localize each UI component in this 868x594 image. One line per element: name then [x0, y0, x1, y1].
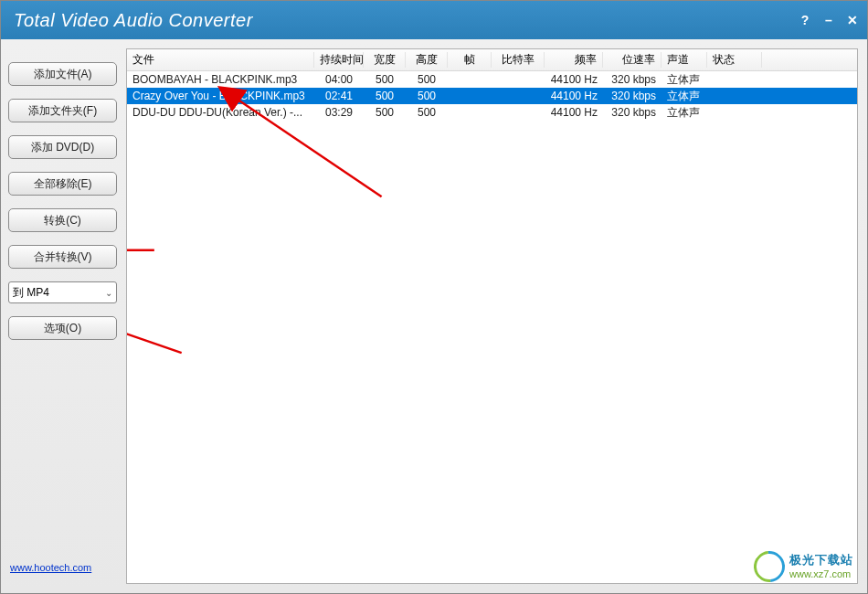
- cell-h: 500: [406, 106, 448, 119]
- table-row[interactable]: Crazy Over You - BLACKPINK.mp302:4150050…: [127, 88, 857, 104]
- col-status[interactable]: 状态: [707, 52, 762, 68]
- help-icon[interactable]: ?: [798, 13, 812, 27]
- cell-file: Crazy Over You - BLACKPINK.mp3: [127, 90, 314, 102]
- cell-freq: 44100 Hz: [545, 90, 603, 102]
- cell-w: 500: [364, 106, 406, 119]
- add-folder-button[interactable]: 添加文件夹(F): [8, 99, 117, 122]
- sidebar: 添加文件(A) 添加文件夹(F) 添加 DVD(D) 全部移除(E) 转换(C)…: [1, 39, 124, 593]
- format-select-value: 到 MP4: [13, 285, 49, 301]
- cell-freq: 44100 Hz: [545, 73, 603, 86]
- app-title: Total Video Audio Converter: [14, 10, 798, 31]
- close-icon[interactable]: ✕: [845, 13, 860, 27]
- cell-rate: 320 kbps: [603, 73, 662, 86]
- cell-h: 500: [406, 90, 448, 102]
- svg-line-2: [127, 328, 182, 353]
- cell-rate: 320 kbps: [603, 90, 662, 102]
- window-controls: ? – ✕: [798, 13, 860, 27]
- cell-chan: 立体声: [662, 72, 707, 88]
- cell-w: 500: [364, 73, 406, 86]
- add-file-button[interactable]: 添加文件(A): [8, 62, 117, 86]
- cell-chan: 立体声: [662, 89, 707, 104]
- cell-file: DDU-DU DDU-DU(Korean Ver.) -...: [127, 106, 314, 119]
- cell-file: BOOMBAYAH - BLACKPINK.mp3: [127, 73, 314, 86]
- options-button[interactable]: 选项(O): [8, 316, 117, 340]
- cell-rate: 320 kbps: [603, 106, 662, 119]
- remove-all-button[interactable]: 全部移除(E): [8, 172, 117, 196]
- cell-freq: 44100 Hz: [545, 106, 603, 119]
- footer-link[interactable]: www.hootech.com: [8, 557, 117, 584]
- chevron-down-icon: ⌄: [105, 288, 112, 298]
- file-list-panel: 文件 持续时间 宽度 高度 帧 比特率 频率 位速率 声道 状态 BOOMBAY…: [126, 48, 858, 584]
- cell-h: 500: [406, 73, 448, 86]
- cell-dur: 03:29: [314, 106, 364, 119]
- add-dvd-button[interactable]: 添加 DVD(D): [8, 135, 117, 159]
- watermark-url: www.xz7.com: [789, 568, 853, 579]
- format-select[interactable]: 到 MP4 ⌄: [8, 281, 117, 303]
- cell-dur: 02:41: [314, 90, 364, 102]
- watermark: 极光下载站 www.xz7.com: [753, 550, 853, 581]
- convert-button[interactable]: 转换(C): [8, 208, 117, 232]
- col-width[interactable]: 宽度: [364, 52, 406, 68]
- watermark-text: 极光下载站: [789, 552, 853, 568]
- cell-chan: 立体声: [662, 105, 707, 121]
- table-row[interactable]: BOOMBAYAH - BLACKPINK.mp304:005005004410…: [127, 71, 857, 88]
- merge-convert-button[interactable]: 合并转换(V): [8, 245, 117, 269]
- col-frequency[interactable]: 频率: [545, 52, 603, 68]
- col-height[interactable]: 高度: [406, 52, 448, 68]
- col-file[interactable]: 文件: [127, 52, 314, 68]
- col-bitspeed[interactable]: 位速率: [603, 52, 662, 68]
- table-row[interactable]: DDU-DU DDU-DU(Korean Ver.) -...03:295005…: [127, 104, 857, 121]
- col-fps[interactable]: 帧: [448, 52, 492, 68]
- table-header: 文件 持续时间 宽度 高度 帧 比特率 频率 位速率 声道 状态: [127, 49, 857, 71]
- annotation-arrows: [127, 49, 857, 583]
- titlebar: Total Video Audio Converter ? – ✕: [1, 1, 867, 39]
- cell-w: 500: [364, 90, 406, 102]
- watermark-logo-icon: [753, 550, 784, 581]
- cell-dur: 04:00: [314, 73, 364, 86]
- table-body: BOOMBAYAH - BLACKPINK.mp304:005005004410…: [127, 71, 857, 121]
- minimize-icon[interactable]: –: [821, 13, 836, 27]
- col-channel[interactable]: 声道: [662, 52, 707, 68]
- app-body: 添加文件(A) 添加文件夹(F) 添加 DVD(D) 全部移除(E) 转换(C)…: [1, 39, 867, 593]
- col-bitrate[interactable]: 比特率: [492, 52, 545, 68]
- col-duration[interactable]: 持续时间: [314, 52, 364, 68]
